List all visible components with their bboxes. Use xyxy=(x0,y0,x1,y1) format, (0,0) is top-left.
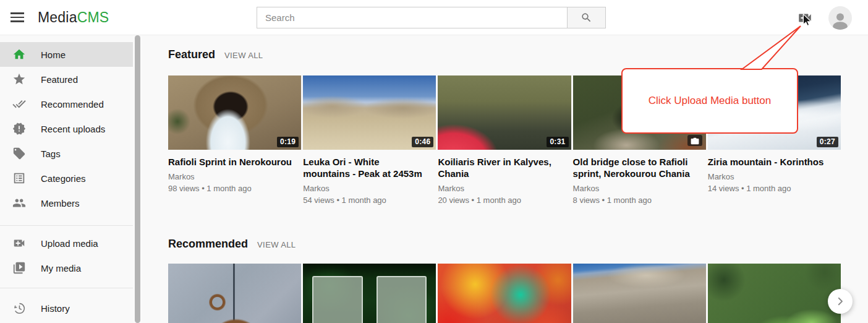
media-thumbnail[interactable] xyxy=(438,264,571,323)
video-library-icon xyxy=(12,261,26,275)
media-title[interactable]: Ziria mountain - Korinthos xyxy=(708,156,832,168)
media-meta: 8 views • 1 month ago xyxy=(573,196,697,205)
media-meta: 54 views • 1 month ago xyxy=(303,196,427,205)
media-author[interactable]: Markos xyxy=(168,172,292,182)
duration-badge: 0:19 xyxy=(277,137,299,147)
view-all-link[interactable]: VIEW ALL xyxy=(224,51,263,60)
annotation-text: Click Upload Media button xyxy=(649,95,771,107)
sidebar-item-my-media[interactable]: My media xyxy=(0,256,133,280)
sidebar-item-label: Recommended xyxy=(41,99,104,110)
app-logo[interactable]: MediaCMS xyxy=(38,9,109,26)
sidebar-item-label: Categories xyxy=(41,173,86,184)
search-button[interactable] xyxy=(567,7,606,28)
done-all-icon xyxy=(12,97,26,111)
sidebar-divider xyxy=(0,225,133,226)
sidebar-item-home[interactable]: Home xyxy=(0,42,133,67)
sidebar-item-recent-uploads[interactable]: Recent uploads xyxy=(0,116,133,141)
person-icon xyxy=(830,11,851,30)
media-thumbnail[interactable] xyxy=(303,264,436,323)
sidebar-scrollbar[interactable] xyxy=(133,35,142,323)
star-icon xyxy=(12,72,26,86)
sidebar-item-label: Tags xyxy=(41,149,61,159)
section-title: Recommended xyxy=(168,238,248,251)
new-releases-icon xyxy=(12,122,26,136)
sidebar-item-label: History xyxy=(41,303,70,314)
search-icon xyxy=(581,12,592,24)
sidebar: Home Featured Recommended Recent uploads… xyxy=(0,35,133,323)
chevron-right-icon xyxy=(835,296,846,307)
sidebar-item-members[interactable]: Members xyxy=(0,191,133,215)
home-icon xyxy=(12,48,26,61)
logo-cms-text: CMS xyxy=(77,9,109,25)
sidebar-item-label: Recent uploads xyxy=(41,124,105,134)
sidebar-item-categories[interactable]: Categories xyxy=(0,166,133,191)
topbar-actions xyxy=(797,0,852,35)
media-thumbnail[interactable] xyxy=(708,264,841,323)
search-bar xyxy=(257,7,606,28)
media-author[interactable]: Markos xyxy=(708,172,832,182)
media-card[interactable] xyxy=(168,264,301,323)
media-card[interactable]: 0:19 Rafioli Sprint in Nerokourou Markos… xyxy=(168,75,301,205)
media-thumbnail[interactable] xyxy=(573,264,706,323)
media-meta: 20 views • 1 month ago xyxy=(438,196,562,205)
carousel-next-button[interactable] xyxy=(828,289,853,314)
media-thumbnail[interactable] xyxy=(168,264,301,323)
sidebar-item-recommended[interactable]: Recommended xyxy=(0,92,133,116)
sidebar-divider xyxy=(0,288,133,288)
media-title[interactable]: Old bridge close to Rafioli sprint, Nero… xyxy=(573,156,697,179)
media-title[interactable]: Koiliaris River in Kalyves, Chania xyxy=(438,156,562,179)
upload-media-icon xyxy=(12,236,26,250)
user-avatar[interactable] xyxy=(828,6,852,30)
top-bar: MediaCMS xyxy=(0,0,868,35)
sidebar-item-history[interactable]: History xyxy=(0,296,133,321)
sidebar-item-tags[interactable]: Tags xyxy=(0,141,133,166)
members-icon xyxy=(12,196,26,210)
sidebar-item-upload-media[interactable]: Upload media xyxy=(0,231,133,256)
tag-icon xyxy=(12,147,26,160)
media-thumbnail[interactable]: 0:46 xyxy=(303,75,436,150)
view-all-link[interactable]: VIEW ALL xyxy=(257,240,296,249)
scrollbar-thumb[interactable] xyxy=(135,35,140,323)
sidebar-item-label: Upload media xyxy=(41,238,98,249)
media-card[interactable] xyxy=(708,264,841,323)
video-call-icon xyxy=(797,10,813,26)
media-thumbnail[interactable]: 0:19 xyxy=(168,75,301,150)
sidebar-item-label: My media xyxy=(41,263,81,273)
sidebar-item-label: Members xyxy=(41,198,80,209)
media-card[interactable] xyxy=(573,264,706,323)
media-card[interactable]: 0:46 Leuka Ori - White mountains - Peak … xyxy=(303,75,436,205)
media-meta: 14 views • 1 month ago xyxy=(708,184,832,194)
recommended-section: Recommended VIEW ALL xyxy=(168,238,841,323)
menu-icon[interactable] xyxy=(9,9,26,26)
upload-media-button[interactable] xyxy=(797,10,813,26)
sidebar-item-label: Home xyxy=(41,50,66,60)
search-input[interactable] xyxy=(257,7,567,28)
media-card[interactable] xyxy=(438,264,571,323)
logo-media-text: Media xyxy=(38,9,77,25)
section-title: Featured xyxy=(168,48,215,61)
sidebar-item-featured[interactable]: Featured xyxy=(0,67,133,92)
media-author[interactable]: Markos xyxy=(573,184,697,194)
media-card[interactable] xyxy=(303,264,436,323)
media-title[interactable]: Rafioli Sprint in Nerokourou xyxy=(168,156,292,168)
media-title[interactable]: Leuka Ori - White mountains - Peak at 24… xyxy=(303,156,427,179)
camera-icon xyxy=(687,135,702,146)
categories-icon xyxy=(12,171,26,185)
sidebar-item-label: Featured xyxy=(41,74,78,85)
annotation-callout: Click Upload Media button xyxy=(621,68,798,134)
media-author[interactable]: Markos xyxy=(303,184,427,194)
media-author[interactable]: Markos xyxy=(438,184,562,194)
media-card[interactable]: 0:31 Koiliaris River in Kalyves, Chania … xyxy=(438,75,571,205)
duration-badge: 0:46 xyxy=(412,137,433,147)
history-icon xyxy=(12,301,26,315)
media-thumbnail[interactable]: 0:31 xyxy=(438,75,571,150)
duration-badge: 0:31 xyxy=(547,137,568,147)
duration-badge: 0:27 xyxy=(817,137,838,147)
media-meta: 98 views • 1 month ago xyxy=(168,184,292,194)
